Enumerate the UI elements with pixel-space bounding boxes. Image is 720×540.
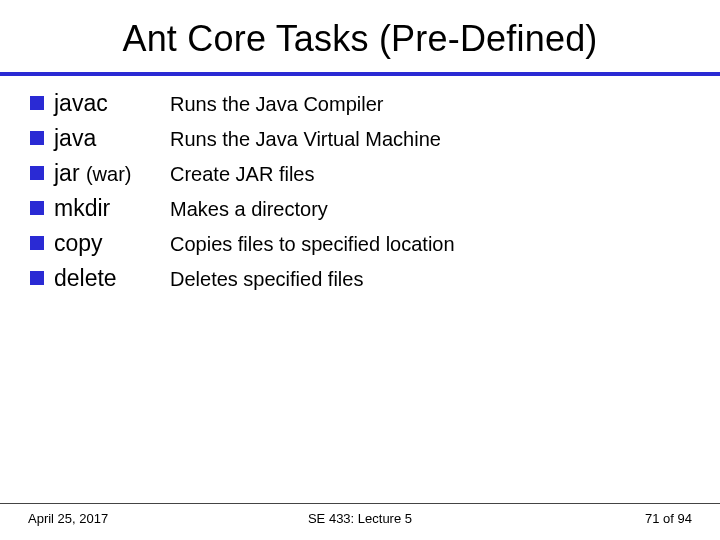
task-name: mkdir — [54, 195, 166, 222]
task-name: copy — [54, 230, 166, 257]
bullet-icon — [30, 96, 44, 110]
task-name: java — [54, 125, 166, 152]
list-item: copy Copies files to specified location — [30, 230, 692, 257]
task-desc: Makes a directory — [166, 198, 328, 221]
bullet-icon — [30, 201, 44, 215]
list-item: javac Runs the Java Compiler — [30, 90, 692, 117]
task-text: delete — [54, 265, 117, 291]
page-title: Ant Core Tasks (Pre-Defined) — [28, 18, 692, 60]
title-underline — [0, 72, 720, 76]
task-list: javac Runs the Java Compiler java Runs t… — [28, 90, 692, 292]
bullet-icon — [30, 131, 44, 145]
bullet-icon — [30, 271, 44, 285]
task-name: javac — [54, 90, 166, 117]
list-item: jar (war) Create JAR files — [30, 160, 692, 187]
slide: Ant Core Tasks (Pre-Defined) javac Runs … — [0, 0, 720, 540]
list-item: delete Deletes specified files — [30, 265, 692, 292]
task-text: jar — [54, 160, 80, 186]
task-text: javac — [54, 90, 108, 116]
task-desc: Deletes specified files — [166, 268, 363, 291]
footer-divider — [0, 503, 720, 504]
task-paren: (war) — [86, 163, 132, 185]
task-text: mkdir — [54, 195, 110, 221]
task-name: delete — [54, 265, 166, 292]
task-desc: Copies files to specified location — [166, 233, 455, 256]
task-text: copy — [54, 230, 103, 256]
list-item: java Runs the Java Virtual Machine — [30, 125, 692, 152]
task-text: java — [54, 125, 96, 151]
task-name: jar (war) — [54, 160, 166, 187]
bullet-icon — [30, 166, 44, 180]
task-desc: Runs the Java Compiler — [166, 93, 383, 116]
slide-footer: April 25, 2017 SE 433: Lecture 5 71 of 9… — [0, 511, 720, 526]
bullet-icon — [30, 236, 44, 250]
task-desc: Create JAR files — [166, 163, 315, 186]
footer-course: SE 433: Lecture 5 — [0, 511, 720, 526]
task-desc: Runs the Java Virtual Machine — [166, 128, 441, 151]
list-item: mkdir Makes a directory — [30, 195, 692, 222]
